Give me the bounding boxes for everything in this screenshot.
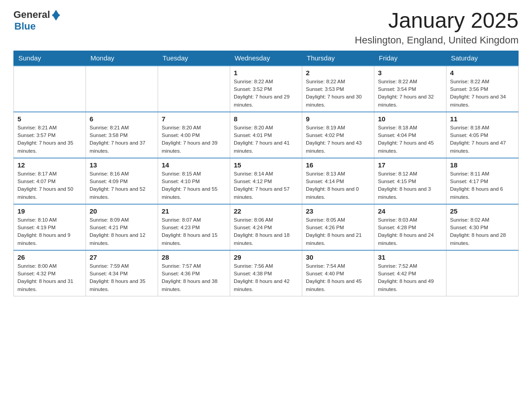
day-of-week-header: Thursday (302, 51, 374, 66)
calendar-day-cell: 27Sunrise: 7:59 AMSunset: 4:34 PMDayligh… (86, 250, 158, 296)
calendar-day-cell: 15Sunrise: 8:14 AMSunset: 4:12 PMDayligh… (230, 158, 302, 204)
location-title: Heslington, England, United Kingdom (355, 34, 519, 46)
day-number: 4 (450, 69, 515, 77)
day-number: 12 (17, 161, 82, 169)
month-title: January 2025 (355, 9, 519, 33)
day-number: 24 (378, 207, 442, 215)
calendar-week-row: 1Sunrise: 8:22 AMSunset: 3:52 PMDaylight… (14, 66, 519, 112)
calendar-week-row: 26Sunrise: 8:00 AMSunset: 4:32 PMDayligh… (14, 250, 519, 296)
calendar-day-cell: 18Sunrise: 8:11 AMSunset: 4:17 PMDayligh… (446, 158, 519, 204)
day-info: Sunrise: 8:02 AMSunset: 4:30 PMDaylight:… (450, 216, 515, 247)
day-number: 22 (234, 207, 298, 215)
day-info: Sunrise: 8:00 AMSunset: 4:32 PMDaylight:… (17, 262, 82, 293)
day-info: Sunrise: 8:12 AMSunset: 4:15 PMDaylight:… (378, 170, 442, 201)
day-number: 6 (90, 115, 154, 123)
logo-general-text: General (13, 9, 50, 21)
day-number: 18 (450, 161, 515, 169)
day-info: Sunrise: 8:13 AMSunset: 4:14 PMDaylight:… (306, 170, 370, 201)
calendar-week-row: 19Sunrise: 8:10 AMSunset: 4:19 PMDayligh… (14, 204, 519, 250)
calendar-day-cell: 25Sunrise: 8:02 AMSunset: 4:30 PMDayligh… (446, 204, 519, 250)
day-info: Sunrise: 8:21 AMSunset: 3:58 PMDaylight:… (90, 124, 154, 155)
calendar-day-cell: 9Sunrise: 8:19 AMSunset: 4:02 PMDaylight… (302, 112, 374, 158)
day-number: 14 (162, 161, 226, 169)
day-of-week-header: Monday (86, 51, 158, 66)
day-info: Sunrise: 8:03 AMSunset: 4:28 PMDaylight:… (378, 216, 442, 247)
calendar-day-cell: 13Sunrise: 8:16 AMSunset: 4:09 PMDayligh… (86, 158, 158, 204)
day-info: Sunrise: 8:07 AMSunset: 4:23 PMDaylight:… (162, 216, 226, 247)
day-number: 2 (306, 69, 370, 77)
day-number: 31 (378, 253, 442, 261)
calendar-day-cell: 6Sunrise: 8:21 AMSunset: 3:58 PMDaylight… (86, 112, 158, 158)
day-info: Sunrise: 8:18 AMSunset: 4:04 PMDaylight:… (378, 124, 442, 155)
calendar-day-cell: 4Sunrise: 8:22 AMSunset: 3:56 PMDaylight… (446, 66, 519, 112)
calendar-table: SundayMondayTuesdayWednesdayThursdayFrid… (13, 51, 519, 296)
day-info: Sunrise: 8:19 AMSunset: 4:02 PMDaylight:… (306, 124, 370, 155)
day-number: 7 (162, 115, 226, 123)
day-number: 15 (234, 161, 298, 169)
day-info: Sunrise: 7:52 AMSunset: 4:42 PMDaylight:… (378, 262, 442, 293)
day-info: Sunrise: 8:06 AMSunset: 4:24 PMDaylight:… (234, 216, 298, 247)
day-number: 1 (234, 69, 298, 77)
day-number: 8 (234, 115, 298, 123)
day-number: 29 (234, 253, 298, 261)
calendar-header-row: SundayMondayTuesdayWednesdayThursdayFrid… (14, 51, 519, 66)
day-number: 10 (378, 115, 442, 123)
day-info: Sunrise: 7:56 AMSunset: 4:38 PMDaylight:… (234, 262, 298, 293)
calendar-day-cell (14, 66, 86, 112)
day-of-week-header: Tuesday (158, 51, 230, 66)
calendar-day-cell (86, 66, 158, 112)
day-info: Sunrise: 8:16 AMSunset: 4:09 PMDaylight:… (90, 170, 154, 201)
calendar-day-cell: 21Sunrise: 8:07 AMSunset: 4:23 PMDayligh… (158, 204, 230, 250)
day-info: Sunrise: 8:11 AMSunset: 4:17 PMDaylight:… (450, 170, 515, 201)
day-info: Sunrise: 8:20 AMSunset: 4:00 PMDaylight:… (162, 124, 226, 155)
calendar-day-cell: 23Sunrise: 8:05 AMSunset: 4:26 PMDayligh… (302, 204, 374, 250)
day-of-week-header: Saturday (446, 51, 519, 66)
calendar-day-cell: 19Sunrise: 8:10 AMSunset: 4:19 PMDayligh… (14, 204, 86, 250)
calendar-day-cell: 29Sunrise: 7:56 AMSunset: 4:38 PMDayligh… (230, 250, 302, 296)
calendar-day-cell: 31Sunrise: 7:52 AMSunset: 4:42 PMDayligh… (374, 250, 446, 296)
calendar-day-cell: 7Sunrise: 8:20 AMSunset: 4:00 PMDaylight… (158, 112, 230, 158)
day-of-week-header: Sunday (14, 51, 86, 66)
logo: General Blue (13, 9, 60, 32)
day-info: Sunrise: 7:54 AMSunset: 4:40 PMDaylight:… (306, 262, 370, 293)
day-info: Sunrise: 8:10 AMSunset: 4:19 PMDaylight:… (17, 216, 82, 247)
calendar-day-cell: 20Sunrise: 8:09 AMSunset: 4:21 PMDayligh… (86, 204, 158, 250)
calendar-day-cell: 3Sunrise: 8:22 AMSunset: 3:54 PMDaylight… (374, 66, 446, 112)
day-number: 19 (17, 207, 82, 215)
day-info: Sunrise: 8:22 AMSunset: 3:56 PMDaylight:… (450, 78, 515, 109)
day-info: Sunrise: 8:18 AMSunset: 4:05 PMDaylight:… (450, 124, 515, 155)
day-info: Sunrise: 8:22 AMSunset: 3:52 PMDaylight:… (234, 78, 298, 109)
calendar-day-cell: 28Sunrise: 7:57 AMSunset: 4:36 PMDayligh… (158, 250, 230, 296)
logo-blue-text: Blue (14, 21, 36, 32)
calendar-day-cell: 16Sunrise: 8:13 AMSunset: 4:14 PMDayligh… (302, 158, 374, 204)
calendar-day-cell: 24Sunrise: 8:03 AMSunset: 4:28 PMDayligh… (374, 204, 446, 250)
day-info: Sunrise: 8:21 AMSunset: 3:57 PMDaylight:… (17, 124, 82, 155)
calendar-day-cell: 22Sunrise: 8:06 AMSunset: 4:24 PMDayligh… (230, 204, 302, 250)
calendar-day-cell: 10Sunrise: 8:18 AMSunset: 4:04 PMDayligh… (374, 112, 446, 158)
page-header: General Blue January 2025 Heslington, En… (13, 9, 519, 46)
day-number: 23 (306, 207, 370, 215)
calendar-day-cell: 26Sunrise: 8:00 AMSunset: 4:32 PMDayligh… (14, 250, 86, 296)
day-number: 9 (306, 115, 370, 123)
day-number: 26 (17, 253, 82, 261)
day-info: Sunrise: 8:22 AMSunset: 3:54 PMDaylight:… (378, 78, 442, 109)
calendar-day-cell: 30Sunrise: 7:54 AMSunset: 4:40 PMDayligh… (302, 250, 374, 296)
calendar-day-cell: 17Sunrise: 8:12 AMSunset: 4:15 PMDayligh… (374, 158, 446, 204)
calendar-day-cell (158, 66, 230, 112)
day-number: 30 (306, 253, 370, 261)
day-number: 25 (450, 207, 515, 215)
day-number: 21 (162, 207, 226, 215)
day-number: 5 (17, 115, 82, 123)
day-number: 16 (306, 161, 370, 169)
day-info: Sunrise: 8:22 AMSunset: 3:53 PMDaylight:… (306, 78, 370, 109)
day-number: 13 (90, 161, 154, 169)
calendar-week-row: 5Sunrise: 8:21 AMSunset: 3:57 PMDaylight… (14, 112, 519, 158)
day-info: Sunrise: 7:59 AMSunset: 4:34 PMDaylight:… (90, 262, 154, 293)
day-info: Sunrise: 8:09 AMSunset: 4:21 PMDaylight:… (90, 216, 154, 247)
day-number: 27 (90, 253, 154, 261)
day-info: Sunrise: 8:14 AMSunset: 4:12 PMDaylight:… (234, 170, 298, 201)
day-info: Sunrise: 8:17 AMSunset: 4:07 PMDaylight:… (17, 170, 82, 201)
calendar-week-row: 12Sunrise: 8:17 AMSunset: 4:07 PMDayligh… (14, 158, 519, 204)
title-section: January 2025 Heslington, England, United… (355, 9, 519, 46)
day-of-week-header: Wednesday (230, 51, 302, 66)
